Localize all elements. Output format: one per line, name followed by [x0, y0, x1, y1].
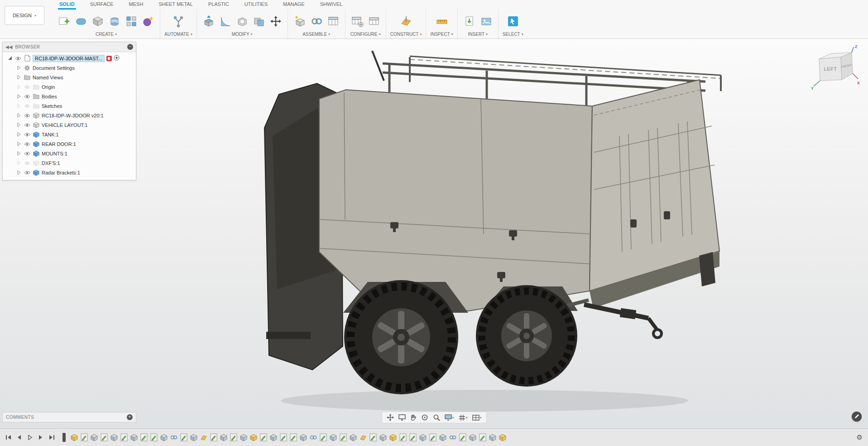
view-cube[interactable]: LEFT FRONT Z Y X — [810, 44, 861, 92]
timeline-settings-gear-icon[interactable]: ⚙ — [855, 433, 864, 441]
timeline-feature-sketch-icon[interactable] — [289, 433, 297, 442]
timeline-feature-sketch-icon[interactable] — [180, 433, 187, 442]
timeline-feature-extrude-icon[interactable] — [489, 433, 496, 442]
zoom-tool-icon[interactable] — [431, 412, 441, 422]
tab-plastic[interactable]: PLASTIC — [207, 0, 230, 10]
visibility-eye-icon[interactable] — [24, 94, 31, 99]
tree-item-document-settings[interactable]: Document Settings — [3, 63, 136, 73]
expand-arrow-icon[interactable] — [16, 170, 22, 175]
revolve-icon[interactable] — [107, 13, 122, 29]
tab-sheet-metal[interactable]: SHEET METAL — [157, 0, 194, 10]
timeline-feature-joint-icon[interactable] — [449, 433, 456, 442]
visibility-eye-icon[interactable] — [24, 161, 31, 165]
tree-item-dxfs[interactable]: DXF'S:1 — [3, 158, 136, 168]
press-pull-icon[interactable] — [201, 13, 216, 29]
assemble-menu[interactable]: ASSEMBLE▾ — [302, 32, 330, 38]
timeline-feature-extrude-icon[interactable] — [469, 433, 476, 442]
configuration-insert-icon[interactable] — [366, 13, 382, 29]
insert-derive-icon[interactable] — [462, 13, 477, 29]
design-workspace-dropdown[interactable]: DESIGN ▾ — [5, 6, 44, 25]
visibility-eye-icon[interactable] — [24, 142, 31, 146]
timeline-feature-sketch-icon[interactable] — [429, 433, 436, 442]
timeline-feature-component-icon[interactable] — [70, 433, 78, 442]
visibility-eye-icon[interactable] — [24, 104, 31, 108]
timeline-feature-component-icon[interactable] — [249, 433, 257, 442]
select-icon[interactable] — [505, 13, 521, 29]
modify-menu[interactable]: MODIFY▾ — [232, 32, 253, 38]
feedback-button[interactable] — [852, 412, 862, 422]
fillet-icon[interactable] — [218, 13, 233, 29]
timeline-feature-sketch-icon[interactable] — [409, 433, 417, 442]
tab-shwivel[interactable]: SHWIVEL — [319, 0, 344, 10]
tree-item-mounts[interactable]: MOUNTS:1 — [3, 149, 136, 158]
timeline-feature-plane-icon[interactable] — [200, 433, 207, 442]
timeline-feature-sketch-icon[interactable] — [479, 433, 486, 442]
activate-component-radio[interactable] — [114, 55, 120, 62]
configure-menu[interactable]: CONFIGURE▾ — [350, 32, 381, 38]
timeline-feature-component-icon[interactable] — [499, 433, 506, 442]
pattern-icon[interactable] — [124, 13, 139, 29]
move-copy-icon[interactable] — [268, 13, 283, 29]
timeline-feature-extrude-icon[interactable] — [269, 433, 277, 442]
timeline-feature-joint-icon[interactable] — [170, 433, 177, 442]
tree-item-bodies[interactable]: Bodies — [3, 92, 136, 101]
tree-item-radar-brackets[interactable]: Radar Brackets:1 — [3, 168, 136, 177]
timeline-feature-sketch-icon[interactable] — [210, 433, 217, 442]
visibility-eye-icon[interactable] — [14, 56, 22, 61]
tree-item-root-component[interactable]: RC18-IDP-W-3DOOR-MAST... — [3, 53, 136, 63]
insert-decal-icon[interactable] — [479, 13, 494, 29]
timeline-feature-sketch-icon[interactable] — [369, 433, 377, 442]
tree-item-origin[interactable]: Origin — [3, 82, 136, 92]
comments-panel[interactable]: COMMENTS + — [2, 412, 136, 422]
timeline-feature-extrude-icon[interactable] — [329, 433, 337, 442]
fit-view-icon[interactable] — [396, 412, 407, 422]
visibility-eye-icon[interactable] — [24, 113, 31, 118]
expand-arrow-icon[interactable] — [16, 161, 22, 165]
timeline-play-button[interactable] — [25, 433, 34, 442]
timeline-feature-extrude-icon[interactable] — [130, 433, 138, 442]
timeline-feature-joint-icon[interactable] — [309, 433, 317, 442]
timeline-go-to-start-button[interactable] — [4, 433, 13, 442]
visibility-eye-icon[interactable] — [24, 151, 31, 156]
timeline-feature-sketch-icon[interactable] — [230, 433, 237, 442]
viewports-menu[interactable]: ▾ — [470, 412, 484, 422]
timeline-feature-sketch-icon[interactable] — [339, 433, 347, 442]
tree-item-named-views[interactable]: Named Views — [3, 73, 136, 82]
timeline-position-marker[interactable] — [62, 433, 66, 442]
browser-minimize-icon[interactable]: − — [127, 44, 133, 50]
add-comment-icon[interactable]: + — [127, 414, 133, 420]
tab-solid[interactable]: SOLID — [58, 0, 76, 10]
tab-utilities[interactable]: UTILITIES — [243, 0, 269, 10]
expand-arrow-icon[interactable] — [16, 75, 22, 79]
visibility-eye-icon[interactable] — [24, 132, 31, 137]
expand-arrow-icon[interactable] — [7, 56, 13, 60]
shell-icon[interactable] — [235, 13, 250, 29]
construct-menu[interactable]: CONSTRUCT▾ — [390, 32, 422, 38]
expand-arrow-icon[interactable] — [16, 85, 22, 89]
timeline-feature-extrude-icon[interactable] — [379, 433, 387, 442]
timeline-feature-sketch-icon[interactable] — [120, 433, 128, 442]
timeline-feature-extrude-icon[interactable] — [240, 433, 247, 442]
expand-arrow-icon[interactable] — [16, 123, 22, 127]
create-sketch-icon[interactable] — [57, 13, 72, 29]
timeline-feature-extrude-icon[interactable] — [419, 433, 427, 442]
root-component-label[interactable]: RC18-IDP-W-3DOOR-MAST... — [33, 55, 105, 62]
timeline-feature-sketch-icon[interactable] — [319, 433, 327, 442]
inspect-menu[interactable]: INSPECT▾ — [430, 32, 453, 38]
construction-plane-icon[interactable] — [398, 13, 414, 29]
automate-menu[interactable]: AUTOMATE▾ — [164, 32, 192, 38]
visibility-eye-icon[interactable] — [24, 170, 31, 175]
timeline-feature-sketch-icon[interactable] — [100, 433, 108, 442]
timeline-feature-extrude-icon[interactable] — [439, 433, 446, 442]
timeline-feature-extrude-icon[interactable] — [299, 433, 307, 442]
timeline-step-back-button[interactable] — [14, 433, 24, 442]
new-component-icon[interactable] — [292, 13, 307, 29]
pan-tool-icon[interactable] — [384, 412, 395, 422]
expand-arrow-icon[interactable] — [16, 104, 22, 108]
expand-arrow-icon[interactable] — [16, 113, 22, 117]
create-form-icon[interactable] — [73, 13, 89, 29]
timeline-feature-sketch-icon[interactable] — [80, 433, 88, 442]
automate-icon[interactable] — [171, 13, 186, 29]
timeline-feature-sketch-icon[interactable] — [279, 433, 287, 442]
measure-icon[interactable] — [434, 13, 450, 29]
